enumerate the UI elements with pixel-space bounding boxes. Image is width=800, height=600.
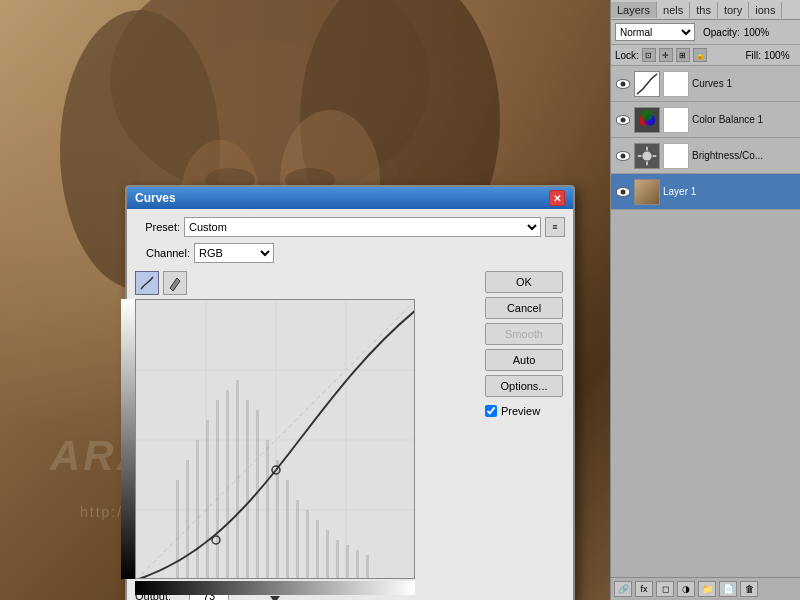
svg-rect-42 xyxy=(306,510,309,579)
tab-actions[interactable]: ions xyxy=(749,2,782,18)
delete-layer-btn[interactable]: 🗑 xyxy=(740,581,758,597)
svg-rect-44 xyxy=(326,530,329,579)
curves-left-panel: Output: Input: xyxy=(135,271,477,600)
eye-visibility-curves1[interactable] xyxy=(615,76,631,92)
link-layers-btn[interactable]: 🔗 xyxy=(614,581,632,597)
blend-mode-select[interactable]: Normal xyxy=(615,23,695,41)
options-button[interactable]: Options... xyxy=(485,375,563,397)
eye-icon-curves1 xyxy=(616,79,630,89)
svg-rect-39 xyxy=(276,460,279,579)
layer-thumb-curves1 xyxy=(634,71,660,97)
layer-thumb-colorbalance xyxy=(634,107,660,133)
eye-icon-brightness xyxy=(616,151,630,161)
gradient-bar-x xyxy=(135,581,415,595)
pencil-tool-btn[interactable] xyxy=(163,271,187,295)
add-mask-btn[interactable]: ◻ xyxy=(656,581,674,597)
svg-rect-36 xyxy=(246,400,249,579)
svg-rect-35 xyxy=(236,380,239,579)
svg-rect-34 xyxy=(226,390,229,579)
ok-button[interactable]: OK xyxy=(485,271,563,293)
opacity-label: Opacity: xyxy=(703,27,740,38)
tab-paths[interactable]: ths xyxy=(690,2,718,18)
tab-history[interactable]: tory xyxy=(718,2,749,18)
lock-text: Lock: xyxy=(615,50,639,61)
lock-position-icon[interactable]: ✛ xyxy=(659,48,673,62)
layer-thumb-layer1 xyxy=(634,179,660,205)
eye-visibility-layer1[interactable] xyxy=(615,184,631,200)
layer-item-layer1[interactable]: Layer 1 xyxy=(611,174,800,210)
curves-content: Preset: Custom ≡ Channel: RGB xyxy=(127,209,573,600)
preview-row: Preview xyxy=(485,405,565,417)
svg-rect-38 xyxy=(266,440,269,579)
layers-tabs-bar: Layers nels ths tory ions xyxy=(611,0,800,20)
fill-label: Fill: xyxy=(745,50,761,61)
preview-label: Preview xyxy=(501,405,540,417)
new-layer-btn[interactable]: 📄 xyxy=(719,581,737,597)
layer-name-layer1: Layer 1 xyxy=(663,186,796,197)
layer-mask-brightness xyxy=(663,143,689,169)
svg-rect-47 xyxy=(356,550,359,579)
blend-row: Normal Opacity: 100% xyxy=(611,20,800,45)
fill-value: 100% xyxy=(764,50,796,61)
smooth-button[interactable]: Smooth xyxy=(485,323,563,345)
auto-button[interactable]: Auto xyxy=(485,349,563,371)
svg-rect-45 xyxy=(336,540,339,579)
layer-mask-curves1 xyxy=(663,71,689,97)
layer-item-brightness[interactable]: Brightness/Co... xyxy=(611,138,800,174)
curves-graph-container xyxy=(135,299,415,579)
add-style-btn[interactable]: fx xyxy=(635,581,653,597)
eye-icon-colorbalance xyxy=(616,115,630,125)
curves-main-area: Output: Input: OK Cancel Smooth Auto Opt… xyxy=(135,271,565,600)
svg-rect-40 xyxy=(286,480,289,579)
opacity-value: 100% xyxy=(744,27,776,38)
svg-point-17 xyxy=(642,151,651,160)
cancel-button[interactable]: Cancel xyxy=(485,297,563,319)
layer-mask-colorbalance xyxy=(663,107,689,133)
new-group-btn[interactable]: 📁 xyxy=(698,581,716,597)
svg-rect-32 xyxy=(206,420,209,579)
svg-rect-29 xyxy=(176,480,179,579)
lock-all-icon[interactable]: 🔒 xyxy=(693,48,707,62)
curves-right-buttons: OK Cancel Smooth Auto Options... Preview xyxy=(485,271,565,600)
channel-row: Channel: RGB xyxy=(135,243,565,263)
svg-rect-31 xyxy=(196,440,199,579)
eye-icon-layer1 xyxy=(616,187,630,197)
curves-titlebar: Curves ✕ xyxy=(127,187,573,209)
channel-select[interactable]: RGB xyxy=(194,243,274,263)
svg-rect-43 xyxy=(316,520,319,579)
curves-title: Curves xyxy=(135,191,176,205)
svg-point-15 xyxy=(641,109,652,120)
layers-bottom-bar: 🔗 fx ◻ ◑ 📁 📄 🗑 xyxy=(611,577,800,600)
lock-row: Lock: ⊡ ✛ ⊞ 🔒 Fill: 100% xyxy=(611,45,800,66)
svg-rect-41 xyxy=(296,500,299,579)
preset-row: Preset: Custom ≡ xyxy=(135,217,565,237)
layer-name-curves1: Curves 1 xyxy=(692,78,796,89)
lock-image-icon[interactable]: ⊞ xyxy=(676,48,690,62)
curves-dialog: Curves ✕ Preset: Custom ≡ Channel: RGB xyxy=(125,185,575,600)
close-button[interactable]: ✕ xyxy=(549,190,565,206)
layer-item-colorbalance[interactable]: Color Balance 1 xyxy=(611,102,800,138)
lock-transparent-icon[interactable]: ⊡ xyxy=(642,48,656,62)
gradient-triangle xyxy=(270,596,280,600)
svg-rect-33 xyxy=(216,400,219,579)
preset-select[interactable]: Custom xyxy=(184,217,541,237)
tab-layers[interactable]: Layers xyxy=(611,2,657,18)
tab-channels[interactable]: nels xyxy=(657,2,690,18)
layer-item-curves1[interactable]: Curves 1 xyxy=(611,66,800,102)
channel-label: Channel: xyxy=(135,247,190,259)
layers-panel: Layers nels ths tory ions Normal Opacity… xyxy=(610,0,800,600)
gradient-bar-y xyxy=(121,299,135,579)
eye-visibility-brightness[interactable] xyxy=(615,148,631,164)
preview-checkbox[interactable] xyxy=(485,405,497,417)
svg-rect-48 xyxy=(366,555,369,579)
layer-thumb-brightness xyxy=(634,143,660,169)
eye-visibility-colorbalance[interactable] xyxy=(615,112,631,128)
layer-name-brightness: Brightness/Co... xyxy=(692,150,796,161)
curve-tool-btn[interactable] xyxy=(135,271,159,295)
layer-name-colorbalance: Color Balance 1 xyxy=(692,114,796,125)
tool-row xyxy=(135,271,477,295)
new-adjustment-btn[interactable]: ◑ xyxy=(677,581,695,597)
preset-options-button[interactable]: ≡ xyxy=(545,217,565,237)
svg-rect-30 xyxy=(186,460,189,579)
curves-graph[interactable] xyxy=(135,299,415,579)
